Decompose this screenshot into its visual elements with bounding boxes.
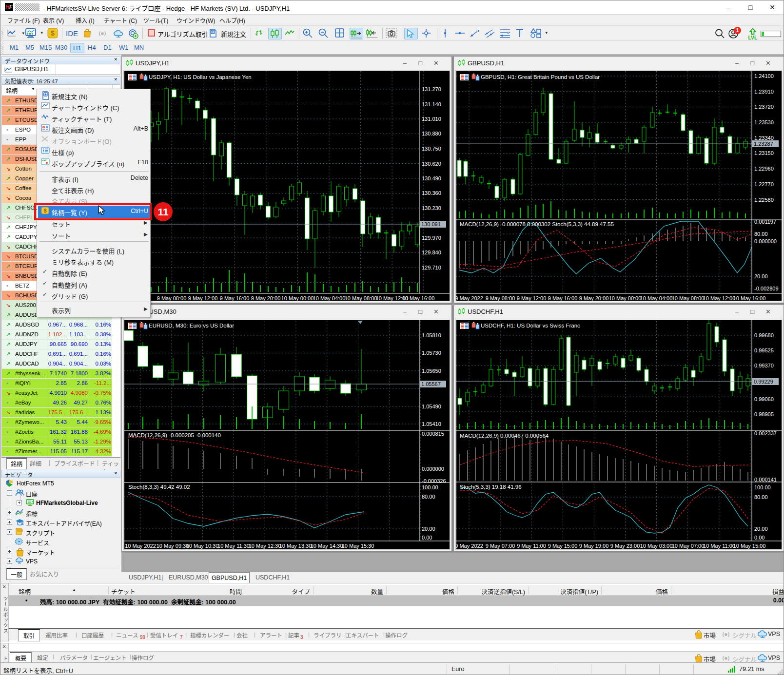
svg-text:9 May 2022: 9 May 2022: [456, 295, 483, 301]
svg-text:10 May 08:00: 10 May 08:00: [672, 295, 705, 301]
svg-text:MACD(12,26,9) -0.000078 0.0003: MACD(12,26,9) -0.000078 0.000302 Stoch(5…: [460, 221, 614, 227]
svg-text:-0.002809: -0.002809: [754, 286, 779, 291]
svg-text:10 May 03:00: 10 May 03:00: [640, 543, 673, 549]
svg-text:80.00: 80.00: [754, 494, 768, 500]
svg-text:1.23150: 1.23150: [754, 150, 774, 156]
svg-text:80.00: 80.00: [422, 494, 435, 500]
svg-text:10 May 12:30: 10 May 12:30: [249, 543, 281, 549]
svg-text:131.270: 131.270: [422, 86, 441, 92]
svg-text:10 May 2022: 10 May 2022: [125, 543, 156, 549]
svg-text:9 May 16:00: 9 May 16:00: [548, 295, 578, 301]
svg-text:100.00: 100.00: [422, 484, 438, 490]
svg-text:1.05490: 1.05490: [422, 404, 441, 409]
svg-text:10 May 11:30: 10 May 11:30: [217, 543, 250, 549]
svg-text:Stoch(8,3,3) 49.42 49.02: Stoch(8,3,3) 49.42 49.02: [128, 484, 190, 490]
svg-text:1.23340: 1.23340: [754, 135, 774, 141]
svg-text:100.00: 100.00: [754, 484, 771, 490]
svg-text:0.00: 0.00: [754, 535, 764, 540]
svg-text:0.99680: 0.99680: [754, 332, 774, 338]
svg-text:LVL: LVL: [748, 35, 758, 40]
svg-text:1.22770: 1.22770: [754, 181, 774, 187]
svg-text:9 May 11:00: 9 May 11:00: [517, 543, 546, 549]
svg-text:9 May 20:00: 9 May 20:00: [579, 295, 609, 301]
svg-text:130.091: 130.091: [421, 221, 441, 227]
svg-text:130.620: 130.620: [422, 161, 441, 167]
svg-text:130.750: 130.750: [422, 146, 441, 152]
svg-text:20.00: 20.00: [754, 273, 768, 279]
svg-text:80.00: 80.00: [754, 231, 768, 237]
svg-text:9 May 16:00: 9 May 16:00: [220, 295, 250, 301]
svg-text:130.880: 130.880: [422, 131, 441, 136]
svg-text:0.001197: 0.001197: [754, 219, 776, 225]
svg-text:0.000000: 0.000000: [754, 238, 777, 244]
svg-text:0.99525: 0.99525: [754, 347, 774, 353]
svg-text:EURUSD, M30: Euro vs US Dolla: EURUSD, M30: Euro vs US Dollar: [149, 323, 234, 328]
svg-text:20.00: 20.00: [422, 526, 435, 532]
svg-text:1.05650: 1.05650: [422, 368, 441, 374]
svg-text:1.23287: 1.23287: [754, 141, 773, 147]
svg-text:129.970: 129.970: [422, 235, 441, 241]
svg-text:10 May 13:30: 10 May 13:30: [279, 543, 312, 549]
svg-text:1.23720: 1.23720: [754, 104, 774, 110]
svg-text:0.99060: 0.99060: [754, 396, 774, 402]
svg-text:129.710: 129.710: [422, 265, 441, 270]
svg-text:10 May 09:30: 10 May 09:30: [157, 543, 189, 549]
svg-text:1.24100: 1.24100: [754, 73, 774, 79]
svg-text:20.00: 20.00: [754, 526, 768, 532]
svg-text:1.23530: 1.23530: [754, 119, 774, 125]
svg-text:0.002337: 0.002337: [754, 430, 777, 436]
svg-text:$: $: [51, 29, 55, 37]
svg-text:10 May 15:30: 10 May 15:30: [342, 543, 374, 549]
svg-text:0.99370: 0.99370: [754, 363, 774, 368]
svg-text:10 May 14:30: 10 May 14:30: [311, 543, 343, 549]
svg-text:GBPUSD, H1: Great Britain Pou: GBPUSD, H1: Great Britain Pound vs US Do…: [481, 74, 600, 80]
svg-text:1.05567: 1.05567: [421, 381, 441, 387]
svg-text:1.05730: 1.05730: [422, 350, 441, 356]
svg-text:10 May 04:00: 10 May 04:00: [640, 295, 673, 301]
svg-text:1.22960: 1.22960: [754, 166, 774, 172]
svg-text:10 May 15:00: 10 May 15:00: [733, 543, 766, 549]
svg-text:9 May 08:00: 9 May 08:00: [157, 295, 187, 301]
svg-text:131.010: 131.010: [422, 116, 441, 122]
svg-text:9 May 20:00: 9 May 20:00: [251, 295, 281, 301]
svg-text:10 May 00:00: 10 May 00:00: [609, 295, 642, 301]
svg-text:10 May 10:30: 10 May 10:30: [186, 543, 219, 549]
svg-text:10 May 08:00: 10 May 08:00: [345, 295, 377, 301]
svg-text:USDJPY, H1: US Dollar vs Japa: USDJPY, H1: US Dollar vs Japanese Yen: [149, 74, 252, 80]
svg-text:0.00: 0.00: [422, 535, 432, 540]
svg-text:9 May 12:00: 9 May 12:00: [517, 295, 547, 301]
svg-text:1.23910: 1.23910: [754, 89, 774, 95]
svg-text:10 May 12:00: 10 May 12:00: [703, 295, 736, 301]
svg-text:10 May 07:00: 10 May 07:00: [672, 543, 705, 549]
svg-text:1.22580: 1.22580: [754, 197, 774, 203]
svg-text:9 May 23:00: 9 May 23:00: [610, 543, 640, 549]
svg-text:9 May 19:00: 9 May 19:00: [579, 543, 609, 549]
svg-text:0.000141: 0.000141: [754, 477, 777, 482]
svg-text:131.140: 131.140: [422, 101, 441, 107]
svg-text:9 May 07:00: 9 May 07:00: [486, 543, 515, 549]
svg-text:10 May 00:00: 10 May 00:00: [281, 295, 314, 301]
svg-text:0.000815: 0.000815: [422, 431, 444, 437]
svg-text:130.490: 130.490: [422, 175, 441, 181]
svg-text:9 May 08:00: 9 May 08:00: [486, 295, 515, 301]
svg-text:10 May 04:00: 10 May 04:00: [313, 295, 346, 301]
svg-text:129.840: 129.840: [422, 250, 441, 255]
svg-text:130.230: 130.230: [422, 205, 441, 211]
svg-text:0.98905: 0.98905: [754, 411, 774, 417]
svg-text:10 May 16:00: 10 May 16:00: [733, 295, 766, 301]
svg-text:1.05810: 1.05810: [422, 332, 441, 338]
svg-text:1.05410: 1.05410: [422, 421, 441, 427]
svg-text:9 May 15:00: 9 May 15:00: [548, 543, 578, 549]
svg-text:0.000000: 0.000000: [422, 466, 444, 472]
svg-text:9 May 2022: 9 May 2022: [456, 543, 483, 549]
svg-text:MACD(12,26,9) -0.000205 -0.000: MACD(12,26,9) -0.000205 -0.000140: [128, 432, 221, 438]
svg-text:10 May 16:00: 10 May 16:00: [402, 295, 435, 301]
svg-text:Stoch(5,3,3) 19.18 41.96: Stoch(5,3,3) 19.18 41.96: [460, 484, 522, 490]
svg-text:0.99229: 0.99229: [754, 379, 773, 385]
svg-text:MACD(12,26,9) 0.000467 0.00056: MACD(12,26,9) 0.000467 0.000564: [460, 433, 549, 439]
svg-text:USDCHF, H1: US Dollar vs Swis: USDCHF, H1: US Dollar vs Swiss Franc: [481, 323, 580, 328]
svg-text:10 May 11:00: 10 May 11:00: [703, 543, 735, 549]
svg-text:9 May 12:00: 9 May 12:00: [188, 295, 218, 301]
svg-text:130.360: 130.360: [422, 190, 441, 196]
svg-text:-0.000326: -0.000326: [422, 478, 446, 484]
